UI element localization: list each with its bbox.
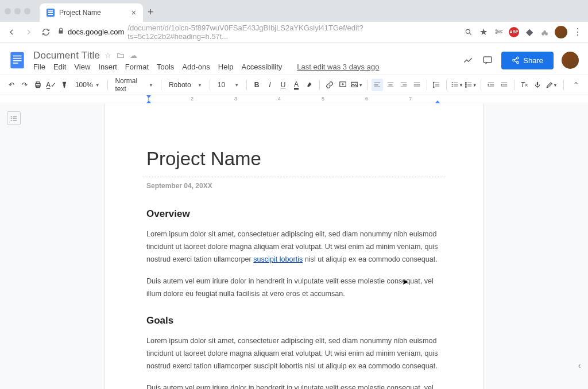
chevron-down-icon: ▼ (473, 83, 477, 87)
cloud-status-icon[interactable]: ☁ (129, 51, 138, 60)
drive-extension-icon[interactable]: ◆ (525, 28, 534, 37)
decrease-indent-button[interactable] (485, 79, 497, 91)
svg-rect-15 (537, 82, 538, 85)
menu-view[interactable]: View (74, 63, 90, 71)
window-controls (5, 8, 30, 14)
line-spacing-button[interactable] (431, 79, 443, 91)
redo-button[interactable]: ↷ (19, 79, 30, 91)
menu-edit[interactable]: Edit (53, 63, 66, 71)
chevron-down-icon: ▼ (359, 83, 363, 87)
checklist-button[interactable]: ▼ (451, 79, 463, 91)
forward-button[interactable] (23, 26, 34, 38)
voice-typing-button[interactable] (532, 79, 543, 91)
svg-point-13 (466, 84, 467, 85)
style-dropdown[interactable]: Normal text▼ (111, 77, 157, 93)
bullet-list-button[interactable]: ▼ (465, 79, 477, 91)
goals-paragraph-1[interactable]: Lorem ipsum dolor sit amet, consectetuer… (146, 334, 442, 372)
insert-link-button[interactable] (324, 79, 335, 91)
menu-file[interactable]: File (33, 63, 45, 71)
activity-icon[interactable] (462, 55, 474, 66)
svg-rect-2 (13, 56, 22, 57)
browser-actions: ★ ✄ ABP ◆ ⋮ (464, 26, 582, 38)
insert-image-button[interactable]: ▼ (350, 79, 363, 91)
goals-heading[interactable]: Goals (146, 315, 442, 326)
chevron-down-icon: ▼ (95, 83, 100, 88)
paint-format-button[interactable] (59, 79, 70, 91)
reload-button[interactable] (40, 26, 52, 38)
browser-tab[interactable]: Project Name × (40, 3, 143, 22)
editing-mode-button[interactable]: ▼ (545, 79, 558, 91)
goals-paragraph-2[interactable]: Duis autem vel eum iriure dolor in hendr… (146, 382, 442, 389)
align-right-button[interactable] (398, 79, 409, 91)
chevron-down-icon: ▼ (149, 83, 153, 88)
inline-link[interactable]: suscipit lobortis (253, 255, 303, 263)
extensions-menu-icon[interactable] (540, 28, 549, 37)
svg-point-14 (466, 87, 467, 88)
menu-accessibility[interactable]: Accessibility (242, 63, 283, 71)
minimize-window-icon[interactable] (14, 8, 21, 14)
docs-logo-icon[interactable] (7, 50, 28, 71)
browser-menu-icon[interactable]: ⋮ (573, 28, 582, 37)
bold-button[interactable]: B (251, 79, 262, 91)
overview-paragraph-2[interactable]: Duis autem vel eum iriure dolor in hendr… (146, 275, 442, 300)
align-center-button[interactable] (385, 79, 396, 91)
svg-rect-5 (13, 63, 18, 64)
svg-point-12 (466, 83, 467, 84)
bookmark-star-icon[interactable]: ★ (479, 28, 488, 37)
star-document-icon[interactable]: ☆ (103, 51, 113, 60)
overview-heading[interactable]: Overview (146, 208, 442, 220)
menu-addons[interactable]: Add-ons (182, 63, 210, 71)
doc-date[interactable]: September 04, 20XX (146, 182, 442, 190)
profile-avatar-icon[interactable] (555, 26, 567, 38)
document-outline-button[interactable] (7, 111, 21, 125)
overview-paragraph-1[interactable]: Lorem ipsum dolor sit amet, consectetuer… (146, 228, 442, 266)
share-button[interactable]: Share (501, 52, 554, 69)
text-color-button[interactable]: A (291, 79, 302, 91)
doc-title-heading[interactable]: Project Name (146, 148, 442, 170)
increase-indent-button[interactable] (498, 79, 510, 91)
svg-rect-8 (36, 82, 40, 84)
search-url-icon[interactable] (464, 28, 473, 37)
menu-tools[interactable]: Tools (157, 63, 174, 71)
document-title[interactable]: Document Title (33, 50, 100, 61)
insert-comment-button[interactable] (337, 79, 349, 91)
document-page[interactable]: Project Name September 04, 20XX Overview… (105, 103, 483, 389)
lock-icon (57, 28, 64, 36)
menu-help[interactable]: Help (218, 63, 234, 71)
share-label: Share (523, 56, 543, 65)
account-avatar-icon[interactable] (562, 52, 579, 69)
underline-button[interactable]: U (277, 79, 289, 91)
url-domain: docs.google.com (68, 28, 124, 36)
menu-insert[interactable]: Insert (98, 63, 117, 71)
close-tab-icon[interactable]: × (131, 8, 136, 17)
scissors-icon[interactable]: ✄ (494, 28, 503, 37)
close-window-icon[interactable] (5, 8, 11, 14)
clear-formatting-button[interactable]: T× (519, 79, 530, 91)
comments-icon[interactable] (482, 55, 493, 66)
adblock-extension-icon[interactable]: ABP (509, 27, 519, 37)
explore-panel-button[interactable]: ‹ (573, 359, 586, 372)
move-document-icon[interactable] (116, 51, 125, 60)
undo-button[interactable]: ↶ (6, 79, 17, 91)
maximize-window-icon[interactable] (24, 8, 30, 14)
menu-format[interactable]: Format (125, 63, 149, 71)
italic-button[interactable]: I (264, 79, 276, 91)
document-canvas[interactable]: Project Name September 04, 20XX Overview… (0, 103, 588, 389)
font-dropdown[interactable]: Roboto▼ (165, 81, 206, 89)
browser-nav-bar: docs.google.com/document/d/1olcn-5f897wu… (0, 22, 588, 42)
align-left-button[interactable] (372, 79, 383, 91)
print-button[interactable] (32, 79, 44, 91)
font-size-dropdown[interactable]: 10▼ (214, 81, 242, 89)
docs-header: Document Title ☆ ☁ File Edit View Insert… (0, 42, 588, 75)
spellcheck-button[interactable]: A̲✓ (45, 79, 57, 91)
collapse-toolbar-button[interactable]: ⌃ (570, 79, 582, 91)
address-bar[interactable]: docs.google.com/document/d/1olcn-5f897wu… (57, 24, 458, 41)
new-tab-button[interactable]: + (148, 6, 154, 18)
chevron-down-icon: ▼ (234, 83, 239, 88)
last-edit-link[interactable]: Last edit was 3 days ago (297, 63, 379, 71)
back-button[interactable] (6, 26, 17, 38)
highlight-color-button[interactable] (304, 79, 315, 91)
horizontal-ruler[interactable]: 1 2 3 4 5 6 7 (0, 95, 588, 103)
align-justify-button[interactable] (411, 79, 423, 91)
zoom-dropdown[interactable]: 100%▼ (72, 81, 103, 89)
